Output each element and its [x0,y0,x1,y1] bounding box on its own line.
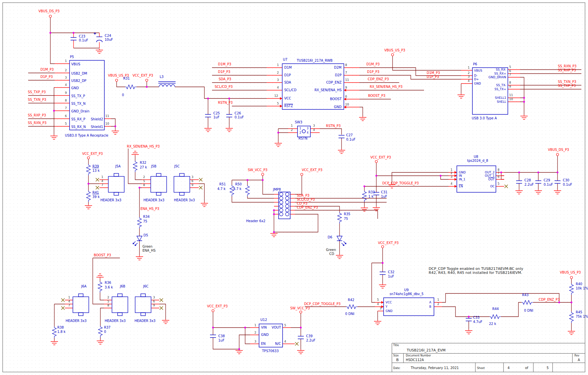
part-ref-u12: U12 [260,318,267,322]
power-node [375,160,378,163]
net-label-vcc-ext: VCC_EXT_P3 [207,304,228,308]
r36-symbol [98,281,102,292]
pin-number: 2 [468,71,470,75]
pin-name: VBUS [71,62,80,66]
gnd [338,149,345,154]
res-ref-r32: R32 [140,161,146,165]
part-ref-u8: U8 [474,155,478,159]
res-ref-r31: R31 [123,77,130,81]
r44-symbol [490,315,501,319]
pin-number: 9 [153,304,155,307]
titleblock-total: 5 [547,366,549,370]
pin-number: 3 [380,307,382,310]
pin-number: 8 [509,81,511,84]
part-name-u8: tps2024_d_8 [467,159,488,163]
ind-ref-l3: L3 [160,75,164,79]
gnd [85,204,92,209]
c32-symbol [380,272,386,275]
pin-name: VCC [386,301,392,304]
power-node [116,79,118,82]
titleblock-rev-label: Rev [574,354,579,357]
res-val-r37: 0 [104,330,106,334]
pin-name: OUT_2 [460,171,495,174]
res-ref-r37: R37 [104,326,111,330]
pin-name: USB2_DP [71,79,86,83]
part-ref-p5: P5 [70,55,74,59]
gnd [361,207,368,211]
r35-symbol [338,212,342,223]
net-label-vbus-ds: VBUS_DS_P3 [38,9,60,13]
pin-name: GND_DRAIN [473,76,506,79]
d5-led-symbol [133,236,142,246]
pin-number: 1 [451,168,453,171]
c28-symbol [516,181,522,183]
net-label-sda: SDA_P3 [297,194,309,198]
cap-ref-c25: C25 [213,111,220,115]
pin-name: SS_TX_P [71,94,85,98]
part-desc-j6a: HEADER 3x3 [66,319,86,323]
d6-led-symbol [337,236,346,246]
diode-ref-d5: D5 [143,233,148,237]
pin-number: 5 [107,300,109,303]
pin-number: 8 [107,304,109,307]
pin-number: 7 [68,304,70,307]
gnd [297,349,304,354]
cap-ref-c31: C31 [381,190,388,194]
pin-number: 8 [65,99,67,102]
pin-number: 4 [68,300,70,303]
r45-symbol [569,312,573,323]
res-val-r38: 1.8 k [57,330,66,334]
part-ref-u9: U9 [404,288,409,292]
net-label-ss-rxn: SS_RXN_P3 [28,121,46,125]
net-label-cd: CD_P3 [297,202,307,206]
cap-val-c30: 0.1uF [563,183,572,187]
r40-symbol [569,283,573,295]
res-val-r36: 3.6 k [105,285,113,289]
pin-name: SS_TX- [473,84,506,87]
pin-number: 10 [509,97,513,101]
pin-number: 4 [65,83,67,87]
pin-name: SS_RX_N [71,125,86,129]
part-ref-j5c: J5C [174,164,180,168]
gnd [374,320,381,325]
pin-number: 3 [313,124,315,127]
pin-number: 1 [277,63,279,67]
cap-val-c29: 0.1uF [544,183,553,187]
cap-val-c28: 2.2uF [524,183,534,187]
pin-name: D2M [302,66,342,70]
gnd [204,127,212,132]
pin-number: 2 [254,331,256,334]
cap-ref-c27: C27 [346,133,353,137]
pin-number: 9 [509,85,511,88]
c24-symbol [94,32,102,42]
res-ref-r43: R43 [522,293,529,297]
r43-symbol [522,300,533,304]
pin-name: VCC [284,96,291,100]
res-val-r35: 75 [344,217,348,221]
pin-name: Y [386,305,388,308]
res-ref-r33: R33 [368,190,375,194]
pin-number: 4 [101,179,103,183]
j6a-symbol [73,294,89,316]
c33-symbol [466,318,472,321]
power-node [557,154,559,156]
pin-number: 1 [254,324,256,327]
j6c-symbol [135,294,151,316]
gnd [96,49,103,53]
part-desc-p5: USB3.0 Type A Receptacle [65,134,108,138]
pin-name: SS_TX_N [71,102,85,106]
pin-number: 6 [498,175,500,178]
part-desc-sw3: RSTN [298,137,307,141]
part-ref-sw3: SW3 [295,120,302,124]
pin-name: CDP_ENZ [302,81,342,85]
r39-symbol [86,164,90,175]
net-label-dcp-cdp: DCP_CDP_TOGGLE_P3 [382,181,419,185]
pin-name: Shield1 [88,125,103,129]
res-val-r32: 27 k [140,165,147,169]
net-label-ena-hs: ENA_HS_P3 [140,207,159,211]
gnd [162,319,169,324]
res-ref-r40: R40 [576,282,582,286]
c26-symbol [226,114,232,117]
net-label-d1p: D1P_P3 [218,70,231,74]
pin-name: USB2_DM [71,72,87,76]
